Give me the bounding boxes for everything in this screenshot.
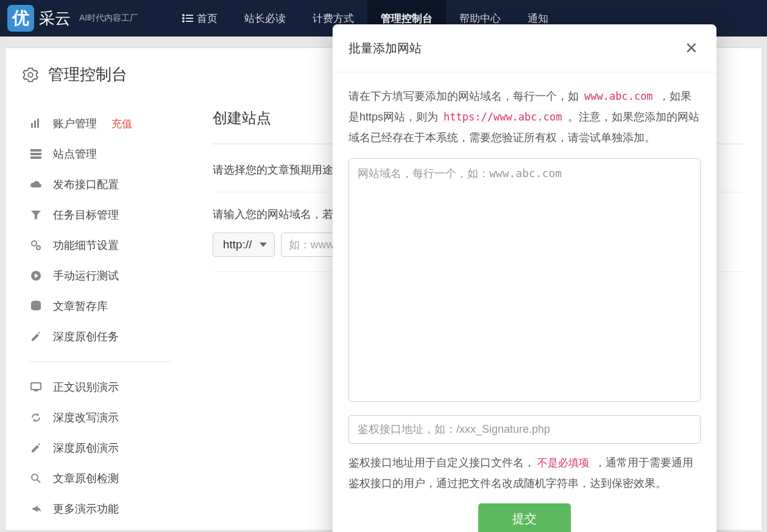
domains-textarea[interactable] (348, 158, 701, 402)
modal-description: 请在下方填写要添加的网站域名，每行一个，如 www.abc.com ，如果是ht… (348, 86, 701, 149)
submit-button[interactable]: 提交 (478, 503, 571, 532)
code-https: https://www.abc.com (441, 111, 564, 123)
close-button[interactable]: ✕ (682, 38, 701, 58)
modal-header: 批量添加网站 ✕ (333, 24, 716, 72)
auth-url-input[interactable] (348, 415, 701, 444)
modal-footer: 提交 (333, 500, 716, 532)
modal-title: 批量添加网站 (348, 40, 422, 57)
close-icon: ✕ (685, 39, 698, 57)
code-domain: www.abc.com (582, 90, 656, 102)
modal-batch-add: 批量添加网站 ✕ 请在下方填写要添加的网站域名，每行一个，如 www.abc.c… (333, 24, 716, 532)
modal-auth-description: 鉴权接口地址用于自定义接口文件名，不是必填项 ，通常用于需要通用鉴权接口的用户，… (348, 452, 701, 494)
modal-overlay: 批量添加网站 ✕ 请在下方填写要添加的网站域名，每行一个，如 www.abc.c… (0, 0, 767, 532)
not-required-tag: 不是必填项 (535, 457, 592, 469)
modal-body: 请在下方填写要添加的网站域名，每行一个，如 www.abc.com ，如果是ht… (333, 72, 716, 500)
